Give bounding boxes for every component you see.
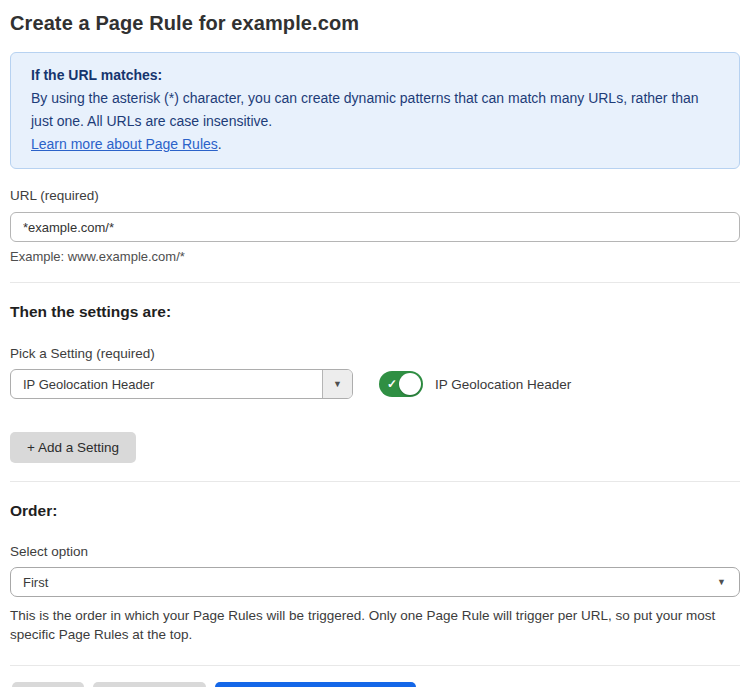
infobox-body: By using the asterisk (*) character, you… xyxy=(31,87,719,133)
select-option-label: Select option xyxy=(10,544,740,559)
setting-select[interactable]: IP Geolocation Header ▼ xyxy=(10,369,353,399)
toggle-label: IP Geolocation Header xyxy=(435,377,571,392)
save-as-draft-button[interactable]: Save as Draft xyxy=(93,682,206,687)
infobox-heading: If the URL matches: xyxy=(31,64,719,87)
order-select-value: First xyxy=(11,575,717,590)
caret-down-icon: ▼ xyxy=(717,578,726,587)
order-help-text: This is the order in which your Page Rul… xyxy=(10,606,732,644)
learn-more-link[interactable]: Learn more about Page Rules xyxy=(31,136,218,152)
ip-geolocation-toggle[interactable]: ✓ xyxy=(379,371,423,397)
footer-buttons: Cancel Save as Draft Save and Deploy Pag… xyxy=(10,682,740,687)
save-and-deploy-button[interactable]: Save and Deploy Page Rule xyxy=(215,682,416,687)
divider xyxy=(10,282,740,283)
page-rule-form: Create a Page Rule for example.com If th… xyxy=(0,0,750,687)
page-title: Create a Page Rule for example.com xyxy=(10,12,740,35)
pick-setting-label: Pick a Setting (required) xyxy=(10,346,740,361)
settings-section-heading: Then the settings are: xyxy=(10,303,740,321)
infobox-link-line: Learn more about Page Rules. xyxy=(31,133,719,156)
divider xyxy=(10,665,740,666)
cancel-button[interactable]: Cancel xyxy=(12,682,84,687)
url-label: URL (required) xyxy=(10,188,740,203)
add-setting-button[interactable]: + Add a Setting xyxy=(10,432,136,463)
url-input[interactable] xyxy=(10,212,740,242)
divider xyxy=(10,481,740,482)
order-select[interactable]: First ▼ xyxy=(10,567,740,597)
link-suffix: . xyxy=(218,136,222,152)
caret-down-icon: ▼ xyxy=(333,380,342,389)
check-icon: ✓ xyxy=(387,378,397,390)
url-matches-infobox: If the URL matches: By using the asteris… xyxy=(10,52,740,169)
order-section-heading: Order: xyxy=(10,502,740,520)
toggle-knob xyxy=(399,373,421,395)
setting-select-value: IP Geolocation Header xyxy=(11,377,322,392)
setting-select-arrow-button[interactable]: ▼ xyxy=(322,369,352,399)
setting-row: IP Geolocation Header ▼ ✓ IP Geolocation… xyxy=(10,369,740,399)
url-example-hint: Example: www.example.com/* xyxy=(10,249,740,264)
